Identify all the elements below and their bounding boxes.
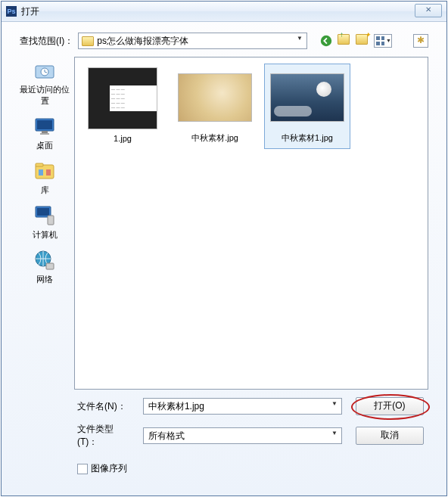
recent-icon	[33, 58, 57, 82]
favorites-button[interactable]: ✱	[413, 34, 428, 48]
file-type-value: 所有格式	[148, 430, 185, 443]
view-menu-button[interactable]: ▼	[374, 34, 392, 48]
svg-point-0	[321, 36, 331, 46]
file-name: 1.jpg	[114, 134, 132, 143]
file-name: 中秋素材.jpg	[191, 132, 238, 144]
svg-rect-13	[48, 216, 54, 225]
file-type-row: 文件类型(T)： 所有格式 ▼ 取消	[77, 423, 424, 449]
place-label: 库	[41, 185, 49, 196]
file-thumbnail	[178, 73, 252, 122]
svg-rect-5	[42, 131, 48, 133]
open-file-dialog: Ps 打开 ✕ 查找范围(I)： ps怎么做海报漂亮字体 ▼ ↑ ✦ ▼ ✱	[1, 1, 447, 496]
image-sequence-checkbox[interactable]	[77, 464, 88, 474]
chevron-down-icon: ▼	[294, 35, 305, 47]
folder-icon	[82, 36, 94, 46]
dialog-body: 最近访问的位置 桌面 库 计算机	[2, 54, 446, 390]
file-item-selected[interactable]: 中秋素材1.jpg	[264, 64, 350, 149]
svg-rect-12	[37, 208, 49, 216]
place-label: 最近访问的位置	[16, 84, 73, 107]
chevron-down-icon: ▼	[329, 430, 340, 442]
place-label: 网络	[36, 274, 53, 285]
file-list[interactable]: — — —— — —— — —— — —— — — 1.jpg 中秋素材.jpg…	[74, 57, 428, 390]
image-sequence-label: 图像序列	[91, 462, 127, 475]
file-name-value: 中秋素材1.jpg	[148, 400, 204, 413]
libraries-icon	[33, 159, 57, 183]
computer-icon	[33, 203, 57, 228]
file-item[interactable]: — — —— — —— — —— — —— — — 1.jpg	[79, 64, 166, 148]
dialog-title: 打开	[21, 5, 39, 18]
svg-rect-9	[39, 169, 43, 176]
look-in-value: ps怎么做海报漂亮字体	[97, 35, 188, 48]
place-network[interactable]: 网络	[16, 248, 73, 285]
file-name-combo[interactable]: 中秋素材1.jpg ▼	[143, 398, 342, 415]
titlebar: Ps 打开 ✕	[2, 2, 446, 22]
svg-rect-10	[46, 169, 51, 176]
bottom-panel: 文件名(N)： 中秋素材1.jpg ▼ 打开(O) 文件类型(T)： 所有格式 …	[2, 390, 446, 483]
up-one-level-button[interactable]: ↑	[338, 34, 351, 48]
look-in-row: 查找范围(I)： ps怎么做海报漂亮字体 ▼ ↑ ✦ ▼ ✱	[2, 22, 446, 54]
svg-rect-4	[37, 120, 52, 129]
cancel-button[interactable]: 取消	[356, 427, 424, 445]
place-desktop[interactable]: 桌面	[16, 114, 73, 151]
photoshop-app-icon: Ps	[6, 6, 17, 17]
place-libraries[interactable]: 库	[16, 159, 73, 196]
chevron-down-icon: ▼	[329, 400, 340, 412]
file-name: 中秋素材1.jpg	[282, 132, 333, 144]
new-folder-button[interactable]: ✦	[356, 34, 369, 48]
place-computer[interactable]: 计算机	[16, 203, 73, 241]
image-sequence-row: 图像序列	[77, 462, 424, 475]
desktop-icon	[33, 114, 57, 138]
svg-rect-8	[36, 163, 43, 166]
file-item[interactable]: 中秋素材.jpg	[172, 64, 258, 149]
back-button[interactable]	[319, 34, 333, 48]
svg-rect-7	[36, 165, 54, 179]
file-type-combo[interactable]: 所有格式 ▼	[143, 427, 342, 444]
nav-toolbar: ↑ ✦ ▼	[319, 34, 392, 48]
place-label: 桌面	[36, 140, 53, 151]
svg-rect-15	[46, 263, 54, 269]
close-button[interactable]: ✕	[415, 4, 442, 17]
places-bar: 最近访问的位置 桌面 库 计算机	[15, 57, 74, 390]
look-in-label: 查找范围(I)：	[20, 35, 73, 48]
file-name-label: 文件名(N)：	[77, 400, 129, 413]
place-label: 计算机	[33, 229, 58, 241]
svg-rect-6	[40, 133, 49, 135]
open-button[interactable]: 打开(O)	[356, 397, 424, 415]
file-thumbnail: — — —— — —— — —— — —— — —	[88, 67, 157, 129]
file-thumbnail	[270, 73, 344, 122]
file-type-label: 文件类型(T)：	[77, 423, 129, 449]
file-name-row: 文件名(N)： 中秋素材1.jpg ▼ 打开(O)	[77, 397, 424, 415]
network-icon	[33, 248, 57, 272]
place-recent[interactable]: 最近访问的位置	[16, 58, 73, 107]
look-in-combo[interactable]: ps怎么做海报漂亮字体 ▼	[78, 33, 307, 49]
